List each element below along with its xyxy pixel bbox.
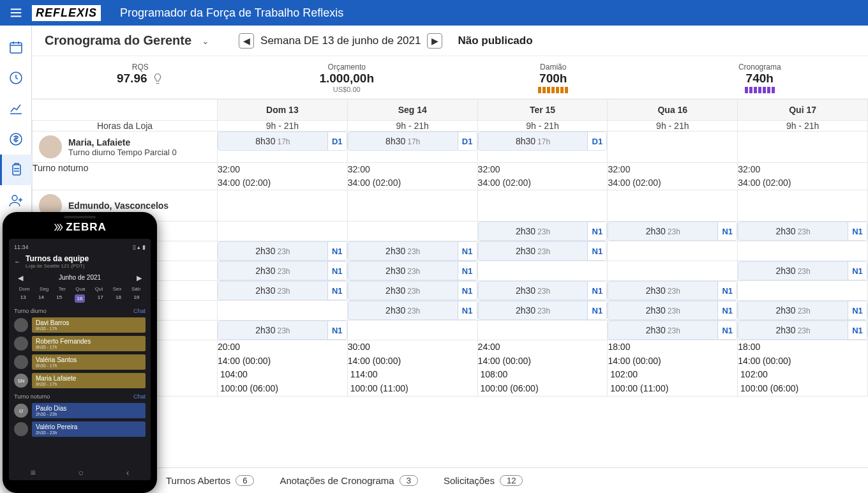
shift-chip[interactable]: 2h3023hN1 bbox=[478, 222, 608, 241]
shift-chip[interactable]: 8h3017hD1 bbox=[348, 132, 477, 151]
employee-row: Maria, LafaieteTurno diurno Tempo Parcia… bbox=[33, 132, 868, 163]
summary-rqs: RQS 97.96 bbox=[37, 60, 244, 96]
schedule-notes-button[interactable]: Anotações de Cronograma 3 bbox=[280, 475, 418, 486]
chart-icon[interactable] bbox=[0, 93, 32, 124]
shift-chip[interactable]: 2h3023hN1 bbox=[218, 261, 347, 280]
bars-icon bbox=[657, 87, 864, 93]
avatar bbox=[39, 135, 62, 158]
day-header: Qui 17 bbox=[738, 100, 868, 121]
menu-icon[interactable] bbox=[0, 0, 32, 26]
clock-icon[interactable] bbox=[0, 63, 32, 93]
prev-month-icon[interactable]: ◀ bbox=[18, 274, 23, 282]
shift-chip[interactable]: 2h3023hN1 bbox=[348, 261, 477, 280]
open-shifts-button[interactable]: Turnos Abertos 6 bbox=[166, 475, 254, 486]
shift-chip[interactable]: 2h3023hN1 bbox=[218, 321, 347, 340]
mobile-shift-row[interactable]: Roberto Fernandes8h30 - 17h bbox=[14, 336, 146, 351]
shift-chip[interactable]: 8h3017hD1 bbox=[218, 132, 347, 151]
count-badge: 6 bbox=[236, 475, 254, 486]
totals-row: 20:0014:00 (00:00) 104:00 100:00 (06:00)… bbox=[33, 340, 868, 397]
shift-chip[interactable]: 2h3023hN1 bbox=[738, 321, 867, 340]
day-header: Dom 13 bbox=[218, 100, 348, 121]
mobile-title: Turnos da equipe bbox=[26, 254, 89, 263]
shift-row: 2h3023hN12h3023hN12h3023hN1 bbox=[33, 222, 868, 241]
dollar-icon[interactable] bbox=[0, 124, 32, 155]
svg-point-4 bbox=[12, 195, 17, 201]
shift-chip[interactable]: 2h3023hN1 bbox=[218, 241, 347, 261]
summary-damiao: Damião 700h bbox=[450, 60, 657, 96]
bottom-bar: Turnos Abertos 6 Anotações de Cronograma… bbox=[32, 467, 868, 493]
shift-chip[interactable]: 2h3023hN1 bbox=[738, 222, 867, 241]
next-month-icon[interactable]: ▶ bbox=[137, 274, 142, 282]
page-title: Cronograma do Gerente bbox=[45, 33, 191, 48]
chevron-down-icon[interactable]: ⌄ bbox=[202, 36, 209, 46]
top-header: REFLEXIS Programador da Força de Trabalh… bbox=[0, 0, 868, 26]
shift-chip[interactable]: 2h3023hN1 bbox=[478, 301, 608, 320]
employee-row: Edmundo, Vasconcelos bbox=[33, 190, 868, 222]
requests-button[interactable]: Solicitações 12 bbox=[444, 475, 523, 486]
shift-chip[interactable]: 2h3023hN1 bbox=[478, 281, 608, 300]
shift-row: 2h3023hN12h3023hN12h3023hN1 bbox=[33, 321, 868, 340]
summary-cronograma: Cronograma 740h bbox=[657, 60, 864, 96]
shift-chip[interactable]: 2h3023hN1 bbox=[478, 241, 608, 261]
next-week-button[interactable]: ▶ bbox=[427, 33, 442, 49]
day-header: Seg 14 bbox=[347, 100, 477, 121]
shift-chip[interactable]: 2h3023hN1 bbox=[608, 301, 737, 320]
shift-row: 2h3023hN12h3023hN12h3023hN12h3023hN1 bbox=[33, 301, 868, 321]
week-label: Semana DE 13 de junho de 2021 bbox=[260, 34, 421, 47]
svg-rect-3 bbox=[13, 165, 20, 175]
zebra-logo: ZEBRA bbox=[9, 221, 151, 234]
svg-rect-0 bbox=[10, 43, 22, 53]
shift-chip[interactable]: 2h3023hN1 bbox=[608, 281, 737, 300]
chat-link[interactable]: Chat bbox=[133, 308, 146, 314]
mobile-shift-row[interactable]: SNMaria Lafaiete8h30 - 17h bbox=[14, 373, 146, 388]
shift-chip[interactable]: 2h3023hN1 bbox=[348, 241, 477, 261]
back-icon[interactable]: ← bbox=[14, 258, 20, 265]
mobile-shift-row[interactable]: IJPaulo Dias2h30 - 23h bbox=[14, 403, 146, 418]
shift-chip[interactable]: 2h3023hN1 bbox=[738, 261, 867, 280]
calendar-icon[interactable] bbox=[0, 32, 32, 63]
prev-week-button[interactable]: ◀ bbox=[239, 33, 254, 49]
shift-chip[interactable]: 2h3023hN1 bbox=[218, 281, 347, 300]
store-hours-row: Horas da Loja9h - 21h9h - 21h9h - 21h9h … bbox=[33, 121, 868, 132]
shift-chip[interactable]: 2h3023hN1 bbox=[608, 321, 737, 340]
week-nav: ◀ Semana DE 13 de junho de 2021 ▶ bbox=[239, 33, 442, 49]
add-user-icon[interactable] bbox=[0, 185, 32, 216]
shift-row: 2h3023hN12h3023hN12h3023hN1 bbox=[33, 261, 868, 281]
lightbulb-icon bbox=[151, 72, 164, 85]
shift-chip[interactable]: 2h3023hN1 bbox=[608, 222, 737, 241]
clipboard-icon[interactable] bbox=[0, 155, 32, 185]
page-header: Cronograma do Gerente ⌄ ◀ Semana DE 13 d… bbox=[32, 26, 868, 56]
mobile-preview: ZEBRA 11:34▯ ▴ ▮ ← Turnos da equipe Loja… bbox=[3, 212, 157, 493]
mobile-shift-row[interactable]: Valério Pereira2h30 - 23h bbox=[14, 421, 146, 437]
shift-row: 2h3023hN12h3023hN12h3023hN1 bbox=[33, 241, 868, 261]
count-badge: 3 bbox=[400, 475, 418, 486]
shift-chip[interactable]: 2h3023hN1 bbox=[348, 301, 477, 320]
app-title: Programador da Força de Trabalho Reflexi… bbox=[120, 6, 343, 20]
shift-chip[interactable]: 2h3023hN1 bbox=[738, 301, 867, 320]
main-content: Cronograma do Gerente ⌄ ◀ Semana DE 13 d… bbox=[32, 26, 868, 493]
summary-budget: Orçamento 1.000,00h US$0.00 bbox=[244, 60, 451, 96]
brand-logo: REFLEXIS bbox=[32, 5, 101, 21]
summary-row: RQS 97.96 Orçamento 1.000,00h US$0.00 Da… bbox=[32, 56, 868, 99]
mobile-shift-row[interactable]: Davi Barros8h30 - 17h bbox=[14, 317, 146, 333]
bars-icon bbox=[450, 87, 657, 93]
shift-chip[interactable]: 2h3023hN1 bbox=[348, 281, 477, 300]
day-header: Qua 16 bbox=[608, 100, 738, 121]
day-header: Ter 15 bbox=[477, 100, 608, 121]
mobile-shift-row[interactable]: Valéria Santos8h30 - 17h bbox=[14, 354, 146, 370]
day-header-row: Dom 13 Seg 14 Ter 15 Qua 16 Qui 17 bbox=[33, 100, 868, 121]
night-row: Turno noturno32:0034:00 (02:00)32:0034:0… bbox=[33, 163, 868, 190]
count-badge: 12 bbox=[500, 475, 523, 486]
shift-chip[interactable]: 8h3017hD1 bbox=[478, 132, 608, 151]
schedule-grid[interactable]: Dom 13 Seg 14 Ter 15 Qua 16 Qui 17 Horas… bbox=[32, 99, 868, 493]
chat-link[interactable]: Chat bbox=[133, 393, 146, 400]
android-nav: ≡○‹ bbox=[9, 467, 151, 478]
publish-status: Não publicado bbox=[458, 34, 532, 47]
shift-row: 2h3023hN12h3023hN12h3023hN12h3023hN1 bbox=[33, 281, 868, 301]
